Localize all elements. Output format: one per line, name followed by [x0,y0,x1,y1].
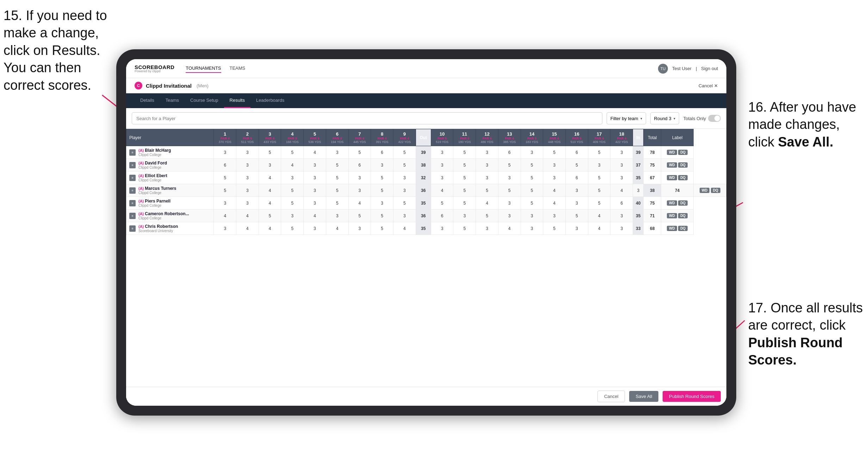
hole-8-score[interactable]: 5 [371,172,393,184]
hole-9-score[interactable]: 3 [393,210,416,222]
hole-16-score[interactable]: 6 [565,172,588,184]
hole-13-score[interactable]: 6 [498,146,521,159]
hole-12-score[interactable]: 5 [476,184,498,197]
cancel-bottom-button[interactable]: Cancel [597,391,625,402]
hole-9-score[interactable]: 5 [393,146,416,159]
tab-teams[interactable]: Teams [160,93,185,108]
hole-12-score[interactable]: 3 [476,146,498,159]
hole-18-score[interactable]: 4 [610,184,633,197]
hole-16-score[interactable]: 3 [565,197,588,210]
hole-16-score[interactable]: 3 [565,184,588,197]
hole-2-score[interactable]: 3 [236,172,259,184]
hole-6-score[interactable]: 3 [326,210,348,222]
hole-18-score[interactable]: 6 [610,197,633,210]
wd-button[interactable]: WD [667,200,677,206]
hole-10-score[interactable]: 3 [431,172,453,184]
hole-14-score[interactable]: 3 [521,210,543,222]
hole-6-score[interactable]: 5 [326,159,348,172]
hole-12-score[interactable]: 3 [476,222,498,235]
hole-9-score[interactable]: 5 [393,159,416,172]
hole-6-score[interactable]: 5 [326,184,348,197]
hole-17-score[interactable]: 5 [588,197,610,210]
hole-18-score[interactable]: 3 [610,210,633,222]
hole-9-score[interactable]: 5 [393,197,416,210]
hole-3-score[interactable]: 3 [259,159,281,172]
hole-15-score[interactable]: 3 [543,210,566,222]
hole-8-score[interactable]: 6 [371,146,393,159]
hole-7-score[interactable]: 4 [348,197,371,210]
hole-10-score[interactable]: 3 [431,146,453,159]
hole-2-score[interactable]: 3 [236,197,259,210]
hole-12-score[interactable]: 3 [476,159,498,172]
hole-17-score[interactable]: 4 [588,222,610,235]
search-input[interactable] [132,112,602,124]
hole-17-score[interactable]: 5 [588,172,610,184]
hole-3-score[interactable]: 4 [259,172,281,184]
hole-18-score[interactable]: 3 [610,172,633,184]
hole-1-score[interactable]: 3 [214,197,236,210]
hole-5-score[interactable]: 3 [304,172,326,184]
hole-7-score[interactable]: 5 [348,146,371,159]
hole-15-score[interactable]: 3 [543,159,566,172]
hole-14-score[interactable]: 3 [521,222,543,235]
hole-15-score[interactable]: 5 [543,146,566,159]
hole-15-score[interactable]: 3 [543,172,566,184]
publish-round-scores-button[interactable]: Publish Round Scores [663,391,721,402]
hole-12-score[interactable]: 3 [476,172,498,184]
hole-4-score[interactable]: 5 [281,146,304,159]
hole-11-score[interactable]: 3 [453,210,476,222]
save-all-button[interactable]: Save All [629,391,658,402]
hole-19-score[interactable]: 3 [633,184,644,197]
hole-17-score[interactable]: 5 [588,184,610,197]
hole-8-score[interactable]: 5 [371,210,393,222]
hole-15-score[interactable]: 5 [543,222,566,235]
hole-12-score[interactable]: 5 [476,210,498,222]
hole-5-score[interactable]: 3 [304,222,326,235]
hole-12-score[interactable]: 4 [476,197,498,210]
tab-leaderboards[interactable]: Leaderboards [250,93,290,108]
hole-5-score[interactable]: 3 [304,159,326,172]
sign-out-link[interactable]: Sign out [701,66,718,71]
hole-2-score[interactable]: 3 [236,184,259,197]
hole-17-score[interactable]: 3 [588,159,610,172]
hole-5-score[interactable]: 4 [304,146,326,159]
dq-button[interactable]: DQ [711,188,720,193]
hole-14-score[interactable]: 5 [521,159,543,172]
hole-18-score[interactable]: 3 [610,159,633,172]
round-dropdown[interactable]: Round 3 ▾ [650,112,679,124]
hole-7-score[interactable]: 3 [348,222,371,235]
hole-14-score[interactable]: 3 [521,146,543,159]
wd-button[interactable]: WD [667,226,677,231]
hole-7-score[interactable]: 3 [348,184,371,197]
nav-teams[interactable]: TEAMS [230,64,246,73]
hole-6-score[interactable]: 5 [326,172,348,184]
hole-13-score[interactable]: 3 [498,197,521,210]
hole-17-score[interactable]: 5 [588,146,610,159]
nav-tournaments[interactable]: TOURNAMENTS [186,64,221,73]
hole-11-score[interactable]: 5 [453,172,476,184]
hole-13-score[interactable]: 3 [498,172,521,184]
hole-11-score[interactable]: 5 [453,197,476,210]
hole-8-score[interactable]: 5 [371,184,393,197]
hole-13-score[interactable]: 4 [498,222,521,235]
dq-button[interactable]: DQ [678,200,688,206]
tab-results[interactable]: Results [224,93,250,108]
hole-13-score[interactable]: 5 [498,184,521,197]
dq-button[interactable]: DQ [678,150,688,155]
hole-6-score[interactable]: 3 [326,146,348,159]
hole-9-score[interactable]: 3 [393,172,416,184]
hole-5-score[interactable]: 3 [304,197,326,210]
hole-14-score[interactable]: 5 [521,197,543,210]
hole-18-score[interactable]: 3 [610,222,633,235]
hole-16-score[interactable]: 3 [565,222,588,235]
hole-8-score[interactable]: 5 [371,222,393,235]
filter-by-team-dropdown[interactable]: Filter by team ▾ [607,112,646,124]
hole-11-score[interactable]: 5 [453,159,476,172]
hole-13-score[interactable]: 5 [498,159,521,172]
hole-14-score[interactable]: 5 [521,184,543,197]
wd-button[interactable]: WD [667,213,677,218]
dq-button[interactable]: DQ [678,226,688,231]
hole-9-score[interactable]: 3 [393,184,416,197]
hole-2-score[interactable]: 4 [236,210,259,222]
hole-16-score[interactable]: 5 [565,159,588,172]
